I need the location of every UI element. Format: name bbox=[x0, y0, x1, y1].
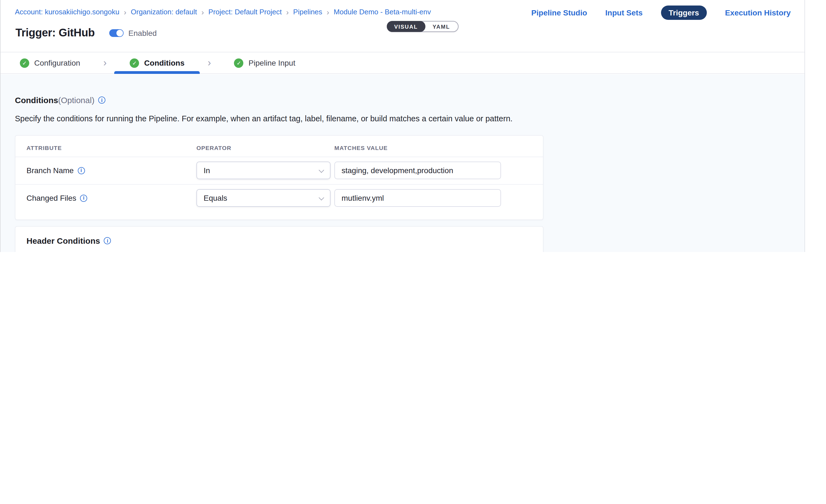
info-icon[interactable]: i bbox=[77, 167, 85, 174]
breadcrumb-link-account[interactable]: Account: kurosakiichigo.songoku bbox=[15, 8, 119, 16]
header-conditions-title: Header Conditions bbox=[26, 236, 100, 245]
operator-select-value: In bbox=[203, 166, 210, 175]
step-label: Configuration bbox=[34, 58, 80, 67]
breadcrumb-link-project[interactable]: Project: Default Project bbox=[208, 8, 282, 16]
conditions-heading: Conditions (Optional) i bbox=[15, 96, 805, 105]
step-conditions[interactable]: ✓ Conditions bbox=[115, 52, 200, 73]
pipeline-nav: Pipeline Studio Input Sets Triggers Exec… bbox=[531, 5, 791, 20]
conditions-description: Specify the conditions for running the P… bbox=[15, 114, 805, 123]
conditions-panel: Conditions (Optional) i Specify the cond… bbox=[1, 74, 805, 252]
tab-yaml[interactable]: YAML bbox=[425, 21, 458, 32]
column-header-attribute: ATTRIBUTE bbox=[26, 144, 196, 151]
check-icon: ✓ bbox=[20, 58, 29, 68]
title-row: Trigger: GitHub Enabled bbox=[15, 26, 157, 39]
info-icon[interactable]: i bbox=[80, 194, 87, 201]
attribute-label: Changed Files bbox=[26, 194, 76, 202]
nav-item-pipeline-studio[interactable]: Pipeline Studio bbox=[531, 8, 587, 17]
enabled-toggle[interactable] bbox=[109, 29, 123, 37]
conditions-table-card: ATTRIBUTE OPERATOR MATCHES VALUE Branch … bbox=[15, 135, 543, 220]
page-header: Account: kurosakiichigo.songoku › Organi… bbox=[1, 0, 805, 52]
page-title: Trigger: GitHub bbox=[15, 26, 95, 39]
tab-visual[interactable]: VISUAL bbox=[387, 21, 425, 32]
visual-yaml-toggle: VISUAL YAML bbox=[387, 21, 459, 32]
operator-select[interactable]: Equals bbox=[196, 189, 331, 207]
column-header-operator: OPERATOR bbox=[196, 144, 334, 151]
nav-item-triggers[interactable]: Triggers bbox=[661, 5, 707, 20]
conditions-table-header: ATTRIBUTE OPERATOR MATCHES VALUE bbox=[15, 136, 543, 156]
chevron-down-icon bbox=[319, 167, 324, 173]
chevron-right-icon: › bbox=[327, 8, 329, 16]
step-label: Conditions bbox=[144, 58, 185, 67]
chevron-right-icon: › bbox=[201, 8, 204, 16]
matches-value-input[interactable] bbox=[334, 162, 501, 179]
nav-item-input-sets[interactable]: Input Sets bbox=[605, 8, 643, 17]
table-row-changed-files: Changed Files i Equals bbox=[15, 185, 543, 212]
operator-select-value: Equals bbox=[203, 194, 227, 202]
operator-select[interactable]: In bbox=[196, 162, 331, 179]
chevron-right-icon: › bbox=[208, 57, 211, 69]
column-header-matches-value: MATCHES VALUE bbox=[334, 144, 532, 151]
chevron-down-icon bbox=[319, 195, 324, 200]
optional-label: (Optional) bbox=[58, 96, 95, 105]
check-icon: ✓ bbox=[234, 58, 244, 68]
chevron-right-icon: › bbox=[104, 57, 107, 69]
chevron-right-icon: › bbox=[286, 8, 289, 16]
app-window: Account: kurosakiichigo.songoku › Organi… bbox=[0, 0, 826, 252]
breadcrumb-link-pipelines[interactable]: Pipelines bbox=[293, 8, 322, 16]
step-configuration[interactable]: ✓ Configuration bbox=[4, 52, 96, 73]
breadcrumb: Account: kurosakiichigo.songoku › Organi… bbox=[15, 8, 431, 16]
conditions-title: Conditions bbox=[15, 96, 58, 105]
toggle-knob bbox=[116, 29, 123, 36]
info-icon[interactable]: i bbox=[98, 97, 105, 104]
check-icon: ✓ bbox=[130, 58, 139, 68]
step-pipeline-input[interactable]: ✓ Pipeline Input bbox=[219, 52, 311, 73]
matches-value-input[interactable] bbox=[334, 189, 501, 207]
step-label: Pipeline Input bbox=[249, 58, 295, 67]
breadcrumb-link-pipeline-name[interactable]: Module Demo - Beta-multi-env bbox=[334, 8, 431, 16]
info-icon[interactable]: i bbox=[104, 237, 111, 244]
enabled-label: Enabled bbox=[128, 28, 157, 37]
wizard-step-bar: ✓ Configuration › ✓ Conditions › ✓ Pipel… bbox=[1, 52, 805, 74]
chevron-right-icon: › bbox=[124, 8, 126, 16]
attribute-label: Branch Name bbox=[26, 166, 74, 175]
right-gutter bbox=[805, 0, 826, 252]
nav-item-execution-history[interactable]: Execution History bbox=[725, 8, 791, 17]
table-row-branch-name: Branch Name i In bbox=[15, 157, 543, 184]
breadcrumb-link-organization[interactable]: Organization: default bbox=[131, 8, 197, 16]
header-conditions-card: Header Conditions i + Add bbox=[15, 226, 543, 252]
